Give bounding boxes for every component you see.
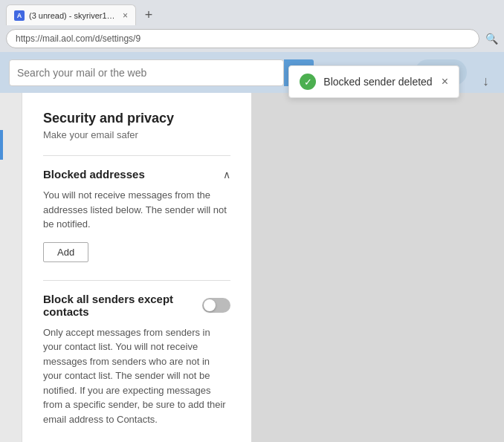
divider-1	[43, 155, 230, 156]
blocked-addresses-section: Blocked addresses ∧ You will not receive…	[43, 168, 230, 262]
add-blocked-address-button[interactable]: Add	[43, 242, 88, 262]
settings-panel: Security and privacy Make your email saf…	[22, 93, 251, 442]
search-container: 🔍	[9, 59, 314, 86]
main-content: Security and privacy Make your email saf…	[0, 93, 504, 442]
address-bar-row: https://mail.aol.com/d/settings/9 🔍	[0, 25, 504, 52]
blocked-addresses-title: Blocked addresses	[43, 168, 145, 181]
block-all-title: Block all senders except contacts	[43, 293, 202, 318]
toast-check-icon: ✓	[300, 74, 316, 90]
block-all-toggle[interactable]	[202, 298, 230, 313]
divider-2	[43, 280, 230, 281]
sidebar	[0, 93, 22, 442]
toast-close-button[interactable]: ×	[442, 75, 448, 88]
search-input-wrapper	[9, 59, 284, 86]
right-panel	[251, 93, 504, 442]
tab-favicon: A	[14, 10, 25, 21]
toast-message: Blocked sender deleted	[323, 76, 432, 88]
address-bar[interactable]: https://mail.aol.com/d/settings/9	[6, 29, 479, 48]
block-all-header: Block all senders except contacts	[43, 293, 230, 318]
tab-label: (3 unread) - skyriver152@aol.com	[29, 11, 118, 20]
section-title: Security and privacy	[43, 111, 230, 126]
blocked-addresses-header: Blocked addresses ∧	[43, 168, 230, 181]
address-text: https://mail.aol.com/d/settings/9	[16, 33, 140, 44]
toggle-knob	[204, 299, 216, 311]
active-tab[interactable]: A (3 unread) - skyriver152@aol.com ×	[6, 4, 136, 25]
search-input[interactable]	[17, 67, 276, 79]
toast-notification: ✓ Blocked sender deleted ×	[288, 65, 459, 98]
sidebar-active-indicator	[0, 130, 3, 160]
down-arrow-icon: ↓	[482, 74, 489, 89]
collapse-icon[interactable]: ∧	[223, 169, 230, 181]
blocked-addresses-description: You will not receive messages from the a…	[43, 188, 230, 232]
section-subtitle: Make your email safer	[43, 129, 230, 140]
new-tab-button[interactable]: +	[139, 5, 158, 25]
zoom-icon[interactable]: 🔍	[485, 33, 498, 45]
tab-close-button[interactable]: ×	[123, 10, 128, 21]
block-all-description: Only accept messages from senders in you…	[43, 325, 230, 427]
block-all-senders-section: Block all senders except contacts Only a…	[43, 293, 230, 427]
tab-bar: A (3 unread) - skyriver152@aol.com × +	[0, 0, 504, 25]
